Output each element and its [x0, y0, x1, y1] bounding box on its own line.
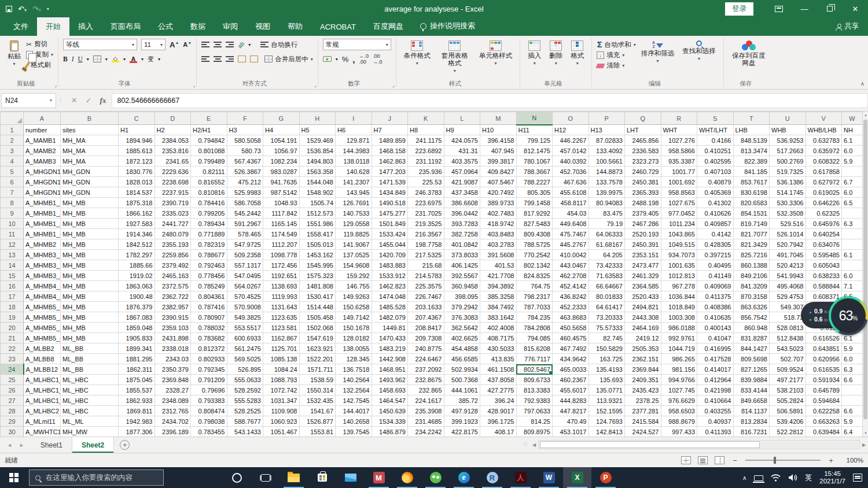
row-header-13[interactable]: 13	[1, 250, 24, 260]
cell-P29[interactable]: 124.7693	[589, 416, 625, 427]
taskbar-icon-edge[interactable]: e	[450, 467, 478, 488]
cell-K22[interactable]: 240.8775	[408, 343, 444, 354]
bottom-align-button[interactable]	[226, 42, 234, 47]
row-header-2[interactable]: 2	[1, 135, 24, 146]
cell-L4[interactable]: 403.3575	[444, 156, 480, 167]
cell-K26[interactable]: 232.865	[408, 385, 444, 395]
cell-M15[interactable]: 421.7708	[480, 271, 517, 281]
cell-Q17[interactable]: 2520.433	[625, 291, 661, 302]
cell-O6[interactable]: 467.636	[553, 177, 589, 187]
column-header-S[interactable]: S	[697, 112, 734, 125]
cell-U19[interactable]: 518.73	[770, 312, 806, 323]
cell-U29[interactable]: 539.4206	[770, 416, 806, 427]
cell-O30[interactable]: 453.1017	[553, 427, 589, 437]
cell-F15[interactable]: 547.0495	[227, 271, 263, 281]
cell-K14[interactable]: 215.68	[408, 260, 444, 271]
cell-H11[interactable]: 1558.417	[299, 229, 336, 239]
cell-G8[interactable]: 1048.93	[263, 198, 300, 208]
cell-H5[interactable]: 1563.358	[299, 167, 336, 177]
cell-T10[interactable]: 819.7149	[733, 219, 770, 229]
align-left-button[interactable]	[201, 56, 209, 62]
cell-P23[interactable]: 163.725	[589, 354, 625, 364]
cell-A27[interactable]: A_MLHBC1_3	[24, 395, 61, 406]
cell-E28[interactable]: 0.808474	[191, 406, 227, 416]
zoom-slider[interactable]	[745, 460, 821, 461]
cell-W29[interactable]: 5.9	[842, 416, 863, 427]
cell-F26[interactable]: 528.2592	[227, 385, 263, 395]
cell-A26[interactable]: A_MLHBC1_2	[24, 385, 61, 395]
cell-N16[interactable]: 764.75	[516, 281, 553, 291]
cell-N17[interactable]: 798.2317	[516, 291, 553, 302]
cell-U3[interactable]: 517.2663	[770, 146, 806, 156]
cell-J15[interactable]: 1533.912	[372, 271, 408, 281]
cell-N9[interactable]: 817.9292	[516, 208, 553, 219]
cell-G27[interactable]: 1031.347	[263, 395, 300, 406]
cell-O23[interactable]: 434.9642	[553, 354, 589, 364]
row-header-27[interactable]: 27	[1, 395, 24, 406]
cell-F29[interactable]: 588.7677	[227, 416, 263, 427]
cell-V24[interactable]: 0.616535	[806, 364, 842, 375]
cell-B9[interactable]: MH_MB	[61, 208, 119, 219]
merge-center-button[interactable]: 合并后居中▾	[264, 55, 313, 64]
cell-H24[interactable]: 1571.711	[299, 364, 336, 375]
autosum-button[interactable]: Σ自动求和▾	[597, 40, 636, 49]
cell-N7[interactable]: 805.305	[516, 187, 553, 198]
cell-H23[interactable]: 1522.201	[299, 354, 336, 364]
row-header-18[interactable]: 18	[1, 302, 24, 312]
column-header-Q[interactable]: Q	[625, 112, 661, 125]
cell-V6[interactable]: 0.627972	[806, 177, 842, 187]
cell-F10[interactable]: 591.2967	[227, 219, 263, 229]
cell-N15[interactable]: 824.8325	[516, 271, 553, 281]
center-button[interactable]	[214, 56, 222, 62]
cell-T20[interactable]: 860.948	[733, 323, 770, 333]
cell-M24[interactable]: 461.1508	[480, 364, 517, 375]
cell-R28[interactable]: 958.6503	[661, 406, 697, 416]
cell-F23[interactable]: 569.5025	[227, 354, 263, 364]
cell-C27[interactable]: 1862.933	[119, 395, 155, 406]
cell-A30[interactable]: A_MWHTC1	[24, 427, 61, 437]
cell-K23[interactable]: 224.6467	[408, 354, 444, 364]
cell-B12[interactable]: MH_MB	[61, 239, 119, 250]
cell-E8[interactable]: 0.784416	[191, 198, 227, 208]
cell-F18[interactable]: 570.9008	[227, 302, 263, 312]
cell-O7[interactable]: 455.6108	[553, 187, 589, 198]
cell-U12[interactable]: 520.7942	[770, 239, 806, 250]
cell-C1[interactable]: H1	[119, 125, 155, 135]
cell-M9[interactable]: 402.7483	[480, 208, 517, 219]
column-header-P[interactable]: P	[589, 112, 625, 125]
cell-C4[interactable]: 1872.123	[119, 156, 155, 167]
cell-A5[interactable]: A_MHGDN13	[24, 167, 61, 177]
cell-T19[interactable]: 856.7542	[733, 312, 770, 323]
cell-V13[interactable]: 0.595485	[806, 250, 842, 260]
cell-G29[interactable]: 1060.923	[263, 416, 300, 427]
cell-A28[interactable]: A_MLHBC2	[24, 406, 61, 416]
cell-P6[interactable]: 133.7578	[589, 177, 625, 187]
cell-Q26[interactable]: 2435.423	[625, 385, 661, 395]
cell-G28[interactable]: 1109.908	[263, 406, 300, 416]
cell-E14[interactable]: 0.792463	[191, 260, 227, 271]
cell-M20[interactable]: 402.4008	[480, 323, 517, 333]
cell-G18[interactable]: 1131.643	[263, 302, 300, 312]
cell-U17[interactable]: 529.4753	[770, 291, 806, 302]
cell-W22[interactable]: 5.9	[842, 343, 863, 354]
cell-C22[interactable]: 1899.341	[119, 343, 155, 354]
cell-F5[interactable]: 526.3867	[227, 167, 263, 177]
underline-button[interactable]: U	[78, 56, 83, 62]
cell-F3[interactable]: 580.73	[227, 146, 263, 156]
cell-H3[interactable]: 1536.854	[299, 146, 336, 156]
cell-D1[interactable]: H2	[155, 125, 191, 135]
cell-T11[interactable]: 821.7077	[733, 229, 770, 239]
cell-L25[interactable]: 500.7368	[444, 375, 480, 385]
cell-O24[interactable]: 465.0033	[553, 364, 589, 375]
cell-G14[interactable]: 1172.456	[263, 260, 300, 271]
scroll-up-arrow[interactable]: ▲	[863, 112, 868, 119]
cell-I26[interactable]: 132.2564	[336, 385, 372, 395]
customize-qat-button[interactable]: ▾	[47, 6, 49, 12]
cell-B23[interactable]: ML_BB	[61, 354, 119, 364]
font-name-combo[interactable]: 等线▾	[63, 39, 137, 50]
cell-F11[interactable]: 578.465	[227, 229, 263, 239]
cell-F6[interactable]: 475.212	[227, 177, 263, 187]
cell-J16[interactable]: 1462.823	[372, 281, 408, 291]
cell-I27[interactable]: 142.7545	[336, 395, 372, 406]
cell-C26[interactable]: 1855.537	[119, 385, 155, 395]
